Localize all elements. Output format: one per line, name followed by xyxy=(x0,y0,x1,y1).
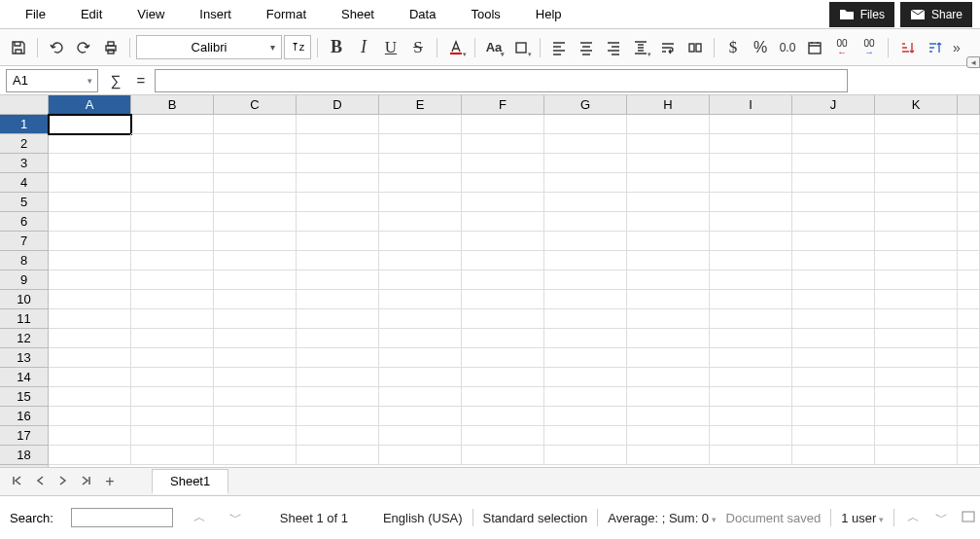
cell-E8[interactable] xyxy=(379,251,462,270)
cell-A18[interactable] xyxy=(49,446,131,465)
cell-J16[interactable] xyxy=(792,407,875,426)
highlight-button[interactable] xyxy=(508,35,534,60)
cell-A15[interactable] xyxy=(49,387,131,407)
cell-G14[interactable] xyxy=(544,368,627,387)
cell-J17[interactable] xyxy=(792,426,875,446)
align-left-button[interactable] xyxy=(546,35,572,60)
cell-D9[interactable] xyxy=(297,270,379,290)
search-input[interactable] xyxy=(71,508,173,527)
font-size-box[interactable]: ⤒z xyxy=(284,35,311,59)
row-header-6[interactable]: 6 xyxy=(0,212,48,232)
cell-A2[interactable] xyxy=(49,134,131,154)
cell-J14[interactable] xyxy=(792,368,875,387)
row-header-4[interactable]: 4 xyxy=(0,173,48,193)
cell-H9[interactable] xyxy=(627,270,710,290)
cell-K15[interactable] xyxy=(875,387,958,407)
cell-D4[interactable] xyxy=(297,173,379,193)
cell-J6[interactable] xyxy=(792,212,875,232)
currency-button[interactable]: $ xyxy=(720,35,746,60)
files-button[interactable]: Files xyxy=(829,2,894,27)
cell-A8[interactable] xyxy=(49,251,131,270)
cell-F11[interactable] xyxy=(462,309,544,329)
cell-F4[interactable] xyxy=(462,173,544,193)
cell-H16[interactable] xyxy=(627,407,710,426)
cell-G18[interactable] xyxy=(544,446,627,465)
cell-B6[interactable] xyxy=(131,212,214,232)
column-header-B[interactable]: B xyxy=(131,95,214,114)
cell-H12[interactable] xyxy=(627,329,710,348)
cell-J5[interactable] xyxy=(792,193,875,212)
row-header-17[interactable]: 17 xyxy=(0,426,48,446)
cell-extra-5[interactable] xyxy=(958,193,980,212)
last-sheet-button[interactable] xyxy=(76,475,97,489)
cell-I18[interactable] xyxy=(710,446,792,465)
font-name-select[interactable]: Calibri xyxy=(136,35,282,59)
cell-K1[interactable] xyxy=(875,115,958,134)
cell-A1[interactable] xyxy=(49,115,131,134)
cell-H8[interactable] xyxy=(627,251,710,270)
cell-J9[interactable] xyxy=(792,270,875,290)
cell-C1[interactable] xyxy=(214,115,297,134)
cell-K12[interactable] xyxy=(875,329,958,348)
sheet-tab[interactable]: Sheet1 xyxy=(152,469,228,494)
cell-C9[interactable] xyxy=(214,270,297,290)
cell-K9[interactable] xyxy=(875,270,958,290)
cell-I14[interactable] xyxy=(710,368,792,387)
cell-extra-7[interactable] xyxy=(958,232,980,251)
cell-F9[interactable] xyxy=(462,270,544,290)
row-header-15[interactable]: 15 xyxy=(0,387,48,407)
name-box[interactable]: A1 xyxy=(6,69,98,92)
cell-D14[interactable] xyxy=(297,368,379,387)
cell-B17[interactable] xyxy=(131,426,214,446)
row-header-10[interactable]: 10 xyxy=(0,290,48,309)
cell-C3[interactable] xyxy=(214,154,297,173)
column-header-H[interactable]: H xyxy=(627,95,710,114)
cell-I11[interactable] xyxy=(710,309,792,329)
cell-G15[interactable] xyxy=(544,387,627,407)
users-count[interactable]: 1 user xyxy=(841,511,884,525)
cell-H15[interactable] xyxy=(627,387,710,407)
cell-A17[interactable] xyxy=(49,426,131,446)
cell-D5[interactable] xyxy=(297,193,379,212)
cell-F18[interactable] xyxy=(462,446,544,465)
strikethrough-button[interactable]: S xyxy=(405,35,431,60)
cell-A12[interactable] xyxy=(49,329,131,348)
cell-H6[interactable] xyxy=(627,212,710,232)
prev-sheet-button[interactable] xyxy=(29,475,51,489)
cell-I3[interactable] xyxy=(710,154,792,173)
cell-B7[interactable] xyxy=(131,232,214,251)
cell-K4[interactable] xyxy=(875,173,958,193)
cell-E16[interactable] xyxy=(379,407,462,426)
cell-I13[interactable] xyxy=(710,348,792,368)
cell-C11[interactable] xyxy=(214,309,297,329)
cell-G1[interactable] xyxy=(544,115,627,134)
zoom-out-button[interactable]: ︿ xyxy=(904,509,923,526)
cell-E6[interactable] xyxy=(379,212,462,232)
cell-extra-4[interactable] xyxy=(958,173,980,193)
cell-I16[interactable] xyxy=(710,407,792,426)
cell-F14[interactable] xyxy=(462,368,544,387)
menu-file[interactable]: File xyxy=(8,7,63,21)
cell-I10[interactable] xyxy=(710,290,792,309)
cell-I8[interactable] xyxy=(710,251,792,270)
column-header-A[interactable]: A xyxy=(49,95,131,114)
menu-insert[interactable]: Insert xyxy=(182,7,249,21)
cell-H11[interactable] xyxy=(627,309,710,329)
cell-D12[interactable] xyxy=(297,329,379,348)
cell-J4[interactable] xyxy=(792,173,875,193)
formula-input[interactable] xyxy=(155,69,848,92)
column-header-C[interactable]: C xyxy=(214,95,297,114)
cell-J3[interactable] xyxy=(792,154,875,173)
align-center-button[interactable] xyxy=(574,35,599,60)
cell-K11[interactable] xyxy=(875,309,958,329)
cell-B3[interactable] xyxy=(131,154,214,173)
row-header-18[interactable]: 18 xyxy=(0,446,48,465)
cell-J1[interactable] xyxy=(792,115,875,134)
cell-D2[interactable] xyxy=(297,134,379,154)
cell-F3[interactable] xyxy=(462,154,544,173)
font-color-button[interactable] xyxy=(443,35,469,60)
cell-E2[interactable] xyxy=(379,134,462,154)
cell-D18[interactable] xyxy=(297,446,379,465)
cell-H10[interactable] xyxy=(627,290,710,309)
cell-extra-3[interactable] xyxy=(958,154,980,173)
